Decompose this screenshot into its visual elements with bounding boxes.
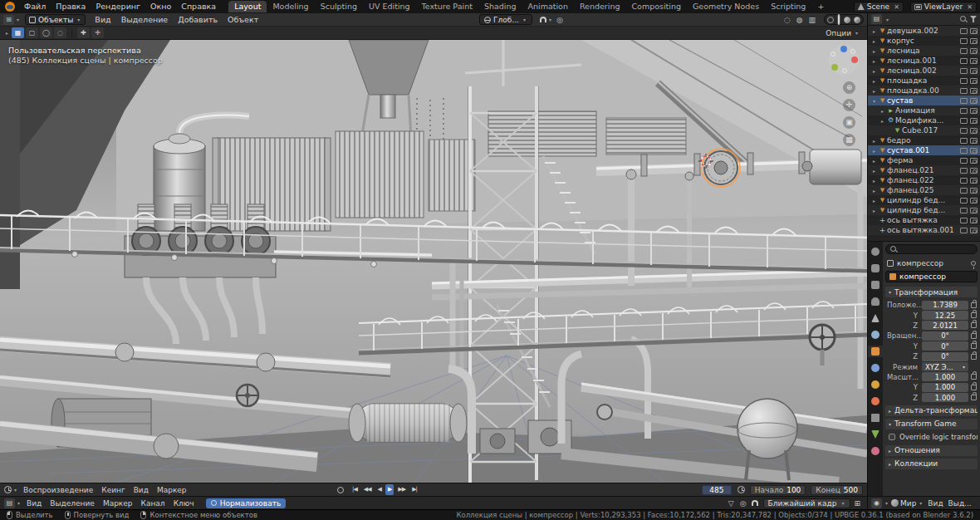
object-name[interactable]: лесница bbox=[887, 47, 958, 55]
value-field[interactable]: XYZ Э... bbox=[922, 362, 968, 371]
solid-shading-active[interactable] bbox=[837, 14, 840, 25]
cursor-tool[interactable]: ✚ bbox=[77, 27, 90, 38]
breadcrumb-label[interactable]: компрессор bbox=[897, 259, 943, 267]
workspace-tab[interactable]: Geometry Nodes bbox=[687, 1, 765, 12]
hide-viewport-toggle[interactable] bbox=[960, 128, 968, 134]
hide-render-toggle[interactable] bbox=[970, 118, 978, 124]
camera-view-icon[interactable]: ▣ bbox=[843, 116, 855, 129]
record-icon[interactable] bbox=[337, 487, 344, 493]
mode-dropdown[interactable]: Объекты ▾ bbox=[25, 14, 86, 25]
outliner-row[interactable]: ▸ фланец.025 bbox=[868, 185, 980, 195]
playback-button[interactable]: ▶ bbox=[385, 484, 394, 495]
workspace-tab[interactable]: Modeling bbox=[267, 1, 314, 12]
gizmo-toggle-icon[interactable]: ◌ bbox=[782, 14, 793, 26]
lock-icon[interactable] bbox=[971, 333, 977, 339]
hide-render-toggle[interactable] bbox=[970, 128, 978, 134]
outliner-row[interactable]: ▸ ферма bbox=[868, 155, 980, 165]
playback-button[interactable]: ◀ bbox=[375, 484, 384, 495]
filter-icon[interactable] bbox=[970, 16, 977, 22]
outliner-row[interactable]: ▸ площадка bbox=[868, 76, 980, 86]
ortho-grid-icon[interactable]: ▦ bbox=[843, 134, 855, 146]
hide-viewport-toggle[interactable] bbox=[960, 218, 968, 223]
axis-x-neg-icon[interactable] bbox=[831, 52, 835, 56]
expand-arrow-icon[interactable]: ▸ bbox=[870, 138, 878, 144]
expand-arrow-icon[interactable]: ▸ bbox=[870, 188, 878, 194]
rendered-shading-icon[interactable] bbox=[854, 17, 860, 23]
move-tool[interactable]: ✛ bbox=[91, 27, 104, 38]
properties-search[interactable] bbox=[885, 244, 978, 254]
blender-logo-icon[interactable] bbox=[5, 2, 15, 12]
hide-viewport-toggle[interactable] bbox=[960, 118, 968, 124]
hide-viewport-toggle[interactable] bbox=[960, 168, 968, 174]
hide-viewport-toggle[interactable] bbox=[960, 38, 968, 44]
workspace-tab[interactable]: UV Editing bbox=[363, 1, 416, 12]
select-box-tool[interactable]: ▢ bbox=[26, 27, 38, 38]
hide-viewport-toggle[interactable] bbox=[960, 148, 968, 154]
hide-render-toggle[interactable] bbox=[970, 28, 978, 34]
expand-arrow-icon[interactable]: ▸ bbox=[870, 48, 878, 54]
object-name[interactable]: Cube.017 bbox=[902, 126, 958, 135]
value-field[interactable]: 1.000 bbox=[922, 383, 968, 392]
menu-item[interactable]: Добавить bbox=[173, 13, 223, 27]
outliner-row[interactable]: ▸ цилиндр бед... bbox=[868, 205, 980, 215]
hide-render-toggle[interactable] bbox=[970, 148, 978, 154]
options-dropdown[interactable]: Опции ▾ bbox=[826, 29, 863, 37]
outliner-row[interactable]: ▸ девушка.002 bbox=[868, 26, 980, 36]
object-name[interactable]: площадка.00 bbox=[887, 86, 958, 95]
object-name[interactable]: девушка.002 bbox=[887, 27, 958, 35]
outliner-row[interactable]: ось вытяжка bbox=[868, 215, 980, 225]
hide-viewport-toggle[interactable] bbox=[960, 48, 968, 54]
select-tweak-tool[interactable]: ▦ bbox=[12, 27, 24, 38]
material-shading-icon[interactable] bbox=[844, 17, 850, 23]
menu-item[interactable]: Объект bbox=[223, 13, 263, 27]
object-name[interactable]: лесница.002 bbox=[887, 66, 958, 75]
object-name[interactable]: сустав.001 bbox=[887, 146, 958, 155]
outliner-row[interactable]: ▸ лесница.002 bbox=[868, 66, 980, 76]
hide-render-toggle[interactable] bbox=[970, 228, 978, 233]
hide-viewport-toggle[interactable] bbox=[960, 88, 968, 94]
editor-type-icon[interactable]: ▤ bbox=[871, 14, 882, 24]
hide-render-toggle[interactable] bbox=[970, 78, 978, 84]
section-relations[interactable]: ▸ Отношения bbox=[885, 445, 978, 456]
hide-render-toggle[interactable] bbox=[970, 88, 978, 94]
workspace-tab[interactable]: Layout bbox=[228, 1, 267, 12]
properties-tab[interactable] bbox=[868, 395, 883, 407]
properties-tab[interactable] bbox=[868, 445, 883, 457]
hide-render-toggle[interactable] bbox=[970, 168, 978, 174]
menu-item[interactable]: Файл bbox=[19, 0, 51, 13]
tool-expand-arrow-icon[interactable]: ▸ bbox=[6, 30, 8, 36]
expand-arrow-icon[interactable]: ▸ bbox=[870, 88, 878, 94]
object-name[interactable]: лесница.001 bbox=[887, 56, 958, 65]
hide-viewport-toggle[interactable] bbox=[960, 158, 968, 164]
frame-end-field[interactable]: Конец 500 bbox=[811, 485, 863, 495]
lock-icon[interactable] bbox=[971, 385, 977, 390]
menu-item[interactable]: Окно bbox=[145, 0, 176, 13]
workspace-tab[interactable]: Animation bbox=[522, 1, 573, 12]
value-field[interactable]: 2.0121 bbox=[922, 321, 968, 330]
menu-item[interactable]: Выд... bbox=[946, 497, 974, 510]
expand-arrow-icon[interactable]: ▸ bbox=[870, 178, 878, 184]
normalize-button[interactable]: Нормализовать bbox=[206, 498, 287, 508]
zoom-icon[interactable]: ⊕ bbox=[843, 81, 855, 94]
viewport-scene-render[interactable] bbox=[0, 40, 867, 483]
expand-arrow-icon[interactable]: ▸ bbox=[870, 158, 878, 164]
xray-toggle-icon[interactable]: ▥ bbox=[806, 14, 818, 26]
axis-y-neg-icon[interactable] bbox=[850, 49, 855, 54]
workspace-tab[interactable]: Compositing bbox=[625, 1, 687, 12]
value-field[interactable]: 1.000 bbox=[922, 393, 968, 402]
menu-item[interactable]: Правка bbox=[51, 0, 91, 13]
hide-render-toggle[interactable] bbox=[970, 158, 978, 164]
expand-arrow-icon[interactable]: ▸ bbox=[879, 118, 886, 124]
lock-icon[interactable] bbox=[971, 343, 977, 349]
expand-arrow-icon[interactable]: ▸ bbox=[879, 108, 886, 114]
outliner-row[interactable]: Cube.017 bbox=[868, 125, 980, 135]
axis-z-icon[interactable] bbox=[840, 46, 847, 52]
menu-item[interactable]: Вид bbox=[925, 497, 945, 510]
dropdown-arrow-icon[interactable]: ▾ bbox=[549, 17, 551, 22]
object-name[interactable]: ось вытяжка.001 bbox=[887, 226, 958, 234]
object-name[interactable]: сустав bbox=[887, 96, 958, 105]
lock-icon[interactable] bbox=[971, 312, 977, 318]
playback-button[interactable]: ▶| bbox=[409, 484, 419, 495]
clock-icon[interactable] bbox=[4, 486, 12, 493]
shader-mode-label[interactable]: Мир bbox=[900, 499, 916, 508]
